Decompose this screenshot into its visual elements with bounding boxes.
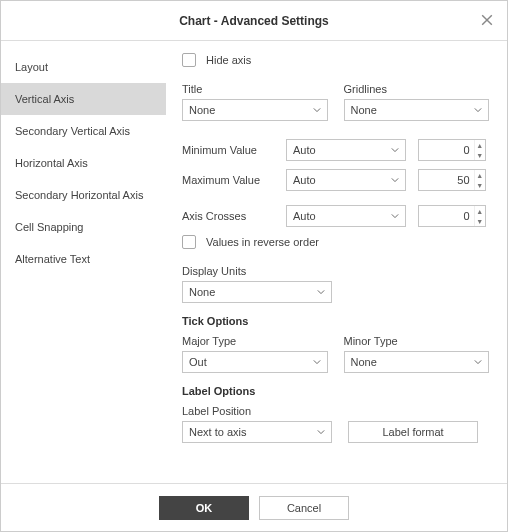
tick-options-heading: Tick Options bbox=[182, 315, 489, 327]
max-value-spinner[interactable]: ▲ ▼ bbox=[418, 169, 486, 191]
label-position-label: Label Position bbox=[182, 405, 332, 417]
spinner-up-icon[interactable]: ▲ bbox=[475, 170, 485, 180]
label-options-heading: Label Options bbox=[182, 385, 489, 397]
chevron-down-icon bbox=[317, 428, 325, 436]
sidebar-item-alternative-text[interactable]: Alternative Text bbox=[1, 243, 166, 275]
reverse-label: Values in reverse order bbox=[206, 236, 319, 248]
footer: OK Cancel bbox=[1, 483, 507, 531]
hide-axis-label: Hide axis bbox=[206, 54, 251, 66]
major-type-value: Out bbox=[189, 356, 207, 368]
sidebar-item-secondary-vertical-axis[interactable]: Secondary Vertical Axis bbox=[1, 115, 166, 147]
minor-type-select[interactable]: None bbox=[344, 351, 490, 373]
minor-type-label: Minor Type bbox=[344, 335, 490, 347]
major-type-select[interactable]: Out bbox=[182, 351, 328, 373]
chevron-down-icon bbox=[313, 106, 321, 114]
chevron-down-icon bbox=[474, 358, 482, 366]
gridlines-label: Gridlines bbox=[344, 83, 490, 95]
label-position-value: Next to axis bbox=[189, 426, 246, 438]
label-position-select[interactable]: Next to axis bbox=[182, 421, 332, 443]
sidebar-item-cell-snapping[interactable]: Cell Snapping bbox=[1, 211, 166, 243]
spinner-down-icon[interactable]: ▼ bbox=[475, 216, 485, 226]
sidebar-item-layout[interactable]: Layout bbox=[1, 51, 166, 83]
spinner-up-icon[interactable]: ▲ bbox=[475, 206, 485, 216]
max-value-input[interactable] bbox=[419, 174, 474, 186]
min-value-select-value: Auto bbox=[293, 144, 316, 156]
close-button[interactable] bbox=[475, 9, 499, 33]
chevron-down-icon bbox=[391, 146, 399, 154]
dialog-title: Chart - Advanced Settings bbox=[179, 14, 329, 28]
spinner-up-icon[interactable]: ▲ bbox=[475, 140, 485, 150]
content-panel: Hide axis Title None Gridlines None bbox=[166, 41, 507, 483]
chevron-down-icon bbox=[474, 106, 482, 114]
max-value-select[interactable]: Auto bbox=[286, 169, 406, 191]
spinner-down-icon[interactable]: ▼ bbox=[475, 150, 485, 160]
title-select[interactable]: None bbox=[182, 99, 328, 121]
sidebar-item-horizontal-axis[interactable]: Horizontal Axis bbox=[1, 147, 166, 179]
title-select-value: None bbox=[189, 104, 215, 116]
max-value-label: Maximum Value bbox=[182, 174, 274, 186]
dialog: Chart - Advanced Settings Layout Vertica… bbox=[0, 0, 508, 532]
ok-button[interactable]: OK bbox=[159, 496, 249, 520]
max-value-select-value: Auto bbox=[293, 174, 316, 186]
chevron-down-icon bbox=[317, 288, 325, 296]
gridlines-select[interactable]: None bbox=[344, 99, 490, 121]
title-label: Title bbox=[182, 83, 328, 95]
display-units-label: Display Units bbox=[182, 265, 489, 277]
axis-crosses-spinner[interactable]: ▲ ▼ bbox=[418, 205, 486, 227]
reverse-row: Values in reverse order bbox=[182, 235, 489, 249]
axis-crosses-label: Axis Crosses bbox=[182, 210, 274, 222]
sidebar-item-secondary-horizontal-axis[interactable]: Secondary Horizontal Axis bbox=[1, 179, 166, 211]
axis-crosses-input[interactable] bbox=[419, 210, 474, 222]
minor-type-value: None bbox=[351, 356, 377, 368]
sidebar: Layout Vertical Axis Secondary Vertical … bbox=[1, 41, 166, 483]
min-value-spinner[interactable]: ▲ ▼ bbox=[418, 139, 486, 161]
close-icon bbox=[481, 14, 493, 28]
hide-axis-checkbox[interactable] bbox=[182, 53, 196, 67]
sidebar-item-vertical-axis[interactable]: Vertical Axis bbox=[1, 83, 166, 115]
dialog-body: Layout Vertical Axis Secondary Vertical … bbox=[1, 41, 507, 483]
axis-crosses-select-value: Auto bbox=[293, 210, 316, 222]
gridlines-select-value: None bbox=[351, 104, 377, 116]
min-value-input[interactable] bbox=[419, 144, 474, 156]
label-format-button[interactable]: Label format bbox=[348, 421, 478, 443]
chevron-down-icon bbox=[313, 358, 321, 366]
reverse-checkbox[interactable] bbox=[182, 235, 196, 249]
display-units-select[interactable]: None bbox=[182, 281, 332, 303]
spinner-down-icon[interactable]: ▼ bbox=[475, 180, 485, 190]
major-type-label: Major Type bbox=[182, 335, 328, 347]
min-value-select[interactable]: Auto bbox=[286, 139, 406, 161]
display-units-value: None bbox=[189, 286, 215, 298]
axis-crosses-select[interactable]: Auto bbox=[286, 205, 406, 227]
min-value-label: Minimum Value bbox=[182, 144, 274, 156]
titlebar: Chart - Advanced Settings bbox=[1, 1, 507, 41]
chevron-down-icon bbox=[391, 176, 399, 184]
chevron-down-icon bbox=[391, 212, 399, 220]
cancel-button[interactable]: Cancel bbox=[259, 496, 349, 520]
hide-axis-row: Hide axis bbox=[182, 53, 489, 67]
